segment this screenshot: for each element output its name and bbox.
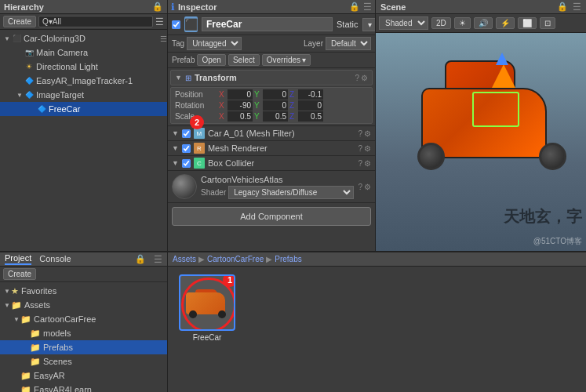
assets-folder-icon: 📁 <box>11 300 22 310</box>
tag-dropdown[interactable]: Untagged <box>187 37 242 50</box>
inspector-title: Inspector <box>178 2 217 12</box>
scene-view-btn[interactable]: ⬜ <box>518 17 537 29</box>
mesh-filter-settings[interactable]: ? ⚙ <box>358 129 371 138</box>
position-y-input[interactable] <box>263 89 288 100</box>
rotation-z-input[interactable] <box>298 100 323 111</box>
mesh-renderer-section[interactable]: ▼ R Mesh Renderer ? ⚙ <box>168 141 375 156</box>
box-collider-settings[interactable]: ? ⚙ <box>358 159 371 168</box>
mesh-renderer-icon: R <box>194 143 205 154</box>
asset-thumb-freecar[interactable]: 1 <box>179 274 235 331</box>
favorites-item[interactable]: ★ Favorites <box>0 284 167 298</box>
hierarchy-item-imagetracker[interactable]: 🔷 EasyAR_ImageTracker-1 <box>0 74 167 88</box>
asset-item-freecar[interactable]: 1 FreeCar <box>176 274 238 342</box>
rotation-y-input[interactable] <box>263 100 288 111</box>
scale-z-input[interactable] <box>298 111 323 122</box>
scale-y-input[interactable] <box>263 111 288 122</box>
project-panel: Project Console 🔒 ☰ Create ★ Favorites 📁… <box>0 252 168 392</box>
breadcrumb-assets[interactable]: Assets <box>173 255 196 263</box>
project-scenes[interactable]: 📁 Scenes <box>0 354 167 368</box>
scale-values: X Y Z <box>219 111 368 122</box>
rx-label: X <box>219 101 227 110</box>
imagetarget-icon: 🔷 <box>24 89 35 100</box>
obj-active-checkbox[interactable] <box>172 20 180 29</box>
2d-button[interactable]: 2D <box>431 17 451 29</box>
mesh-renderer-expand-icon: ▼ <box>172 144 179 152</box>
breadcrumb-prefabs[interactable]: Prefabs <box>275 255 301 263</box>
hierarchy-menu-icon[interactable]: ☰ <box>155 16 164 27</box>
audio-button[interactable]: 🔊 <box>474 17 493 29</box>
hierarchy-search-input[interactable] <box>38 16 153 27</box>
tab-project[interactable]: Project <box>5 253 31 265</box>
add-component-button[interactable]: Add Component <box>172 207 371 226</box>
tree-arrow-imagetarget <box>16 91 24 99</box>
shader-dropdown[interactable]: Legacy Shaders/Diffuse <box>228 186 354 199</box>
box-collider-section[interactable]: ▼ C Box Collider ? ⚙ <box>168 156 375 171</box>
project-tree: ★ Favorites 📁 Assets 📁 CartoonCarFree 📁 … <box>0 282 167 392</box>
inspector-name-row: ⬛ Static ▾ <box>168 14 375 35</box>
hierarchy-create-button[interactable]: Create <box>3 16 36 27</box>
project-create-button[interactable]: Create <box>3 268 36 280</box>
hierarchy-item-root[interactable]: ⬛ Car-Cloloring3D ☰ <box>0 31 167 45</box>
scale-y-field: Y <box>254 111 288 122</box>
tab-console[interactable]: Console <box>39 254 71 264</box>
project-lock-icon[interactable]: 🔒 <box>135 254 146 264</box>
easyar-folder-icon: 📁 <box>20 371 31 381</box>
project-models[interactable]: 📁 models <box>0 326 167 340</box>
hierarchy-item-camera[interactable]: 📷 Main Camera <box>0 45 167 60</box>
transform-settings[interactable]: ? ⚙ <box>355 74 368 82</box>
mesh-filter-settings-icon: ⚙ <box>364 129 371 138</box>
assets-content: 1 FreeCar <box>168 267 586 392</box>
project-assets-root[interactable]: 📁 Assets <box>0 298 167 312</box>
transform-expand-icon: ▼ <box>175 74 182 82</box>
shaded-dropdown[interactable]: Shaded <box>379 16 428 30</box>
fx-button[interactable]: ⚡ <box>496 17 515 29</box>
project-easyar[interactable]: 📁 EasyAR <box>0 368 167 383</box>
inspector-menu-icon[interactable]: ☰ <box>363 2 372 13</box>
prefab-open-button[interactable]: Open <box>197 54 225 66</box>
scene-view[interactable]: 天地玄，字 @51CTO博客 <box>376 33 586 251</box>
box-collider-checkbox[interactable] <box>182 159 191 168</box>
assets-breadcrumb: Assets ▶ CartoonCarFree ▶ Prefabs <box>168 252 586 267</box>
scene-lock-icon[interactable]: 🔒 <box>557 2 568 12</box>
obj-name-field[interactable] <box>202 17 333 31</box>
breadcrumb-cartooncarfree[interactable]: CartoonCarFree <box>207 255 264 263</box>
freecar-label: FreeCar <box>49 104 80 114</box>
transform-title: Transform <box>195 73 237 82</box>
mesh-renderer-checkbox[interactable] <box>182 144 191 153</box>
layer-dropdown[interactable]: Default <box>326 37 371 50</box>
position-x-input[interactable] <box>227 89 253 100</box>
static-dropdown[interactable]: ▾ <box>362 18 375 31</box>
prefab-overrides-button[interactable]: Overrides ▾ <box>262 54 311 66</box>
sz-label: Z <box>289 112 297 121</box>
hierarchy-item-light[interactable]: ☀ Directional Light <box>0 60 167 74</box>
project-menu-icon[interactable]: ☰ <box>154 254 162 265</box>
hierarchy-options-icon[interactable]: ☰ <box>160 34 167 43</box>
project-easyar4learn[interactable]: 📁 EasyAR4Learn <box>0 383 167 392</box>
hierarchy-item-imagetarget[interactable]: 🔷 ImageTarget <box>0 88 167 102</box>
project-cartoon-car[interactable]: 📁 CartoonCarFree <box>0 312 167 326</box>
easyar4learn-label: EasyAR4Learn <box>34 385 92 392</box>
scene-title: Scene <box>380 2 406 12</box>
project-prefabs[interactable]: 📁 Prefabs <box>0 340 167 354</box>
cartoon-car-arrow <box>13 315 20 323</box>
scale-x-input[interactable] <box>227 111 253 122</box>
position-z-input[interactable] <box>298 89 323 100</box>
scene-menu-icon[interactable]: ☰ <box>573 2 581 13</box>
easyar4learn-arrow <box>13 386 20 392</box>
inspector-lock-icon[interactable]: 🔒 <box>349 2 360 12</box>
mesh-renderer-settings[interactable]: ? ⚙ <box>358 144 371 153</box>
camera-label: Main Camera <box>36 48 88 57</box>
gizmo-button[interactable]: ⊡ <box>540 17 555 29</box>
position-y-field: Y <box>254 89 288 100</box>
favorites-star-icon: ★ <box>11 286 19 296</box>
lighting-button[interactable]: ☀ <box>454 17 471 29</box>
rz-label: Z <box>289 101 297 110</box>
hierarchy-lock-icon[interactable]: 🔒 <box>152 2 163 12</box>
transform-header[interactable]: ▼ ⊞ Transform ? ⚙ <box>170 70 373 85</box>
mesh-filter-checkbox[interactable] <box>182 129 191 138</box>
hierarchy-item-freecar[interactable]: 🔷 FreeCar <box>0 102 167 116</box>
material-settings[interactable]: ? ⚙ <box>358 183 371 191</box>
car-z-arrow <box>496 53 508 65</box>
prefab-select-button[interactable]: Select <box>228 54 260 66</box>
rotation-x-input[interactable] <box>227 100 253 111</box>
